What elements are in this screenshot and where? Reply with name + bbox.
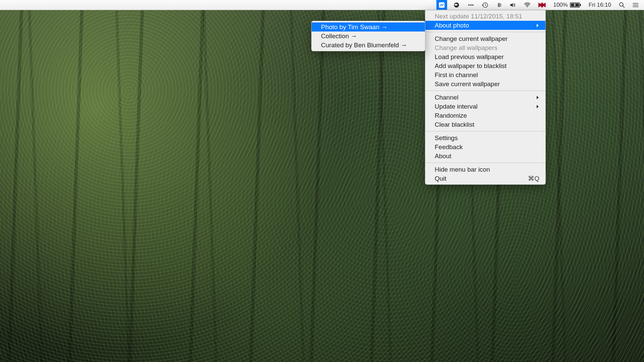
chevron-right-icon <box>536 105 539 109</box>
submenu-curated-by[interactable]: Curated by Ben Blumenfeld → <box>312 41 425 50</box>
menu-change-all: Change all wallpapers <box>425 43 545 52</box>
menu-about-photo[interactable]: About photo <box>425 21 545 30</box>
submenu-collection[interactable]: Collection → <box>312 32 425 41</box>
svg-point-4 <box>472 4 474 6</box>
app-menubar-icon[interactable] <box>436 0 447 10</box>
svg-point-17 <box>633 4 634 5</box>
menu-hide-icon[interactable]: Hide menu bar icon <box>425 165 545 174</box>
menu-load-previous[interactable]: Load previous wallpaper <box>425 52 545 61</box>
timemachine-icon[interactable] <box>481 0 490 10</box>
menu-first-channel[interactable]: First in channel <box>425 70 545 79</box>
clock[interactable]: Fri 16:10 <box>587 0 612 10</box>
app-menu: Next update 11/12/2015, 18:51 About phot… <box>425 10 546 185</box>
svg-point-7 <box>527 6 528 7</box>
svg-point-3 <box>470 4 472 6</box>
volume-icon[interactable] <box>507 0 518 10</box>
battery-status[interactable]: 100% <box>552 0 582 10</box>
menu-separator <box>425 32 545 32</box>
menu-separator <box>425 90 545 91</box>
menu-feedback[interactable]: Feedback <box>425 142 545 152</box>
menu-change-current[interactable]: Change current wallpaper <box>425 34 545 43</box>
menu-settings[interactable]: Settings <box>425 133 545 142</box>
battery-icon <box>570 2 581 8</box>
menu-bar: 100% Fri 16:10 <box>0 0 644 10</box>
svg-rect-6 <box>500 4 501 6</box>
quit-shortcut: ⌘Q <box>528 175 539 182</box>
svg-point-16 <box>633 3 634 3</box>
notification-center-icon[interactable] <box>631 0 641 10</box>
menu-add-blacklist[interactable]: Add wallpaper to blacklist <box>425 61 545 70</box>
svg-line-12 <box>623 6 625 7</box>
menu-separator <box>425 163 545 163</box>
battery-percent-label: 100% <box>553 2 568 8</box>
menu-save-current[interactable]: Save current wallpaper <box>425 79 545 88</box>
svg-point-2 <box>469 4 470 6</box>
menu-clear-blacklist[interactable]: Clear blacklist <box>425 120 545 129</box>
chevron-right-icon <box>536 96 539 100</box>
more-icon[interactable] <box>466 0 476 10</box>
spotlight-icon[interactable] <box>617 0 627 10</box>
desktop-wallpaper <box>0 0 644 362</box>
menu-quit[interactable]: Quit ⌘Q <box>425 174 545 183</box>
input-flag-icon[interactable] <box>537 0 547 10</box>
menu-channel[interactable]: Channel <box>425 93 545 102</box>
bluetooth-icon[interactable] <box>495 0 503 10</box>
menu-randomize[interactable]: Randomize <box>425 111 545 120</box>
svg-rect-9 <box>580 4 581 6</box>
clock-label: Fri 16:10 <box>589 2 611 8</box>
chevron-right-icon <box>536 23 539 27</box>
menu-about[interactable]: About <box>425 152 545 161</box>
menu-separator <box>425 131 545 131</box>
about-photo-submenu: Photo by Tim Swaan → Collection → Curate… <box>311 21 425 51</box>
cloud-icon[interactable] <box>452 0 461 10</box>
menu-next-update: Next update 11/12/2015, 18:51 <box>425 12 545 21</box>
menu-update-interval[interactable]: Update interval <box>425 102 545 111</box>
submenu-photo-by[interactable]: Photo by Tim Swaan → <box>312 22 425 32</box>
svg-point-18 <box>633 6 634 7</box>
wifi-icon[interactable] <box>522 0 532 10</box>
